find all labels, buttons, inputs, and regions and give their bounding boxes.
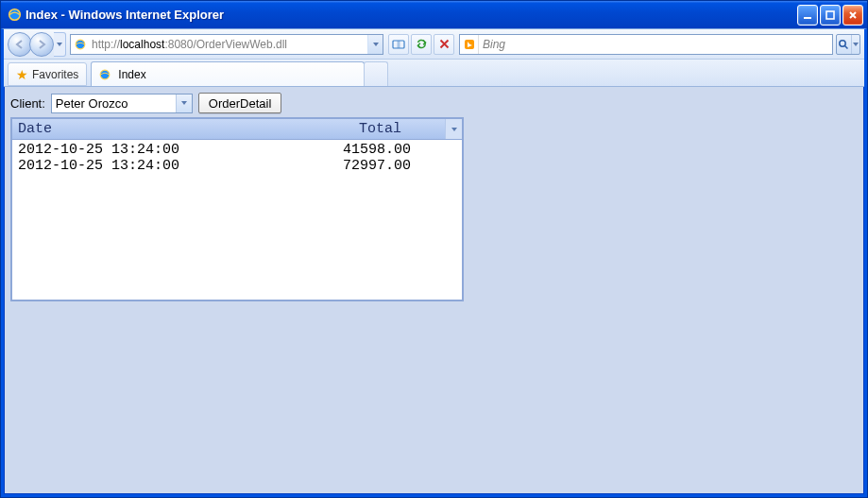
- svg-rect-2: [826, 11, 834, 19]
- client-select-dropdown-icon[interactable]: [176, 94, 192, 112]
- compat-view-button[interactable]: [388, 34, 409, 55]
- star-icon: ★: [16, 68, 28, 81]
- tab-strip: ★ Favorites Index: [4, 60, 864, 87]
- address-bar[interactable]: http://localhost:8080/OrderViewWeb.dll: [70, 34, 383, 55]
- maximize-button[interactable]: [820, 5, 841, 26]
- svg-point-7: [839, 40, 844, 45]
- address-dropdown[interactable]: [367, 35, 383, 54]
- nav-history-dropdown[interactable]: [54, 32, 66, 57]
- client-select[interactable]: Peter Orozco: [51, 94, 193, 113]
- search-go-button[interactable]: [836, 34, 860, 55]
- grid-header-date[interactable]: Date: [12, 121, 296, 137]
- search-box[interactable]: Bing: [459, 34, 833, 55]
- tab-index[interactable]: Index: [91, 61, 365, 86]
- ie-logo-icon: [7, 8, 22, 23]
- cell-total: 72997.00: [296, 158, 437, 174]
- new-tab-button[interactable]: [364, 61, 388, 86]
- favorites-label: Favorites: [32, 68, 78, 81]
- svg-rect-1: [804, 17, 811, 19]
- close-button[interactable]: [842, 5, 863, 26]
- forward-button[interactable]: [29, 32, 54, 57]
- table-row[interactable]: 2012-10-25 13:24:00 41598.00: [12, 142, 462, 158]
- grid-header: Date Total: [12, 119, 462, 140]
- refresh-button[interactable]: [411, 34, 432, 55]
- viewport: Client: Peter Orozco OrderDetail Date To…: [4, 87, 864, 494]
- ie-window: Index - Windows Internet Explorer: [0, 0, 868, 498]
- tab-favicon-icon: [97, 67, 112, 82]
- favorites-button[interactable]: ★ Favorites: [8, 62, 87, 86]
- tab-title: Index: [118, 68, 145, 81]
- nav-toolbar: http://localhost:8080/OrderViewWeb.dll B…: [4, 29, 864, 60]
- search-placeholder: Bing: [479, 38, 832, 51]
- client-select-value: Peter Orozco: [56, 96, 128, 111]
- window-controls: [797, 5, 863, 26]
- minimize-button[interactable]: [797, 5, 818, 26]
- cell-date: 2012-10-25 13:24:00: [12, 158, 296, 174]
- svg-point-8: [101, 70, 111, 79]
- orders-grid[interactable]: Date Total 2012-10-25 13:24:00 41598.00 …: [10, 117, 464, 301]
- cell-total: 41598.00: [296, 142, 437, 158]
- search-options-dropdown[interactable]: [851, 35, 859, 54]
- page-body: Client: Peter Orozco OrderDetail Date To…: [5, 87, 863, 493]
- address-text[interactable]: http://localhost:8080/OrderViewWeb.dll: [90, 38, 367, 51]
- client-label: Client:: [10, 96, 45, 111]
- table-row[interactable]: 2012-10-25 13:24:00 72997.00: [12, 158, 462, 174]
- svg-rect-5: [398, 41, 400, 48]
- cell-date: 2012-10-25 13:24:00: [12, 142, 296, 158]
- grid-body: 2012-10-25 13:24:00 41598.00 2012-10-25 …: [12, 140, 462, 176]
- svg-point-0: [9, 9, 20, 21]
- filter-row: Client: Peter Orozco OrderDetail: [10, 93, 858, 113]
- page-icon: [71, 38, 90, 51]
- bing-icon: [460, 35, 479, 54]
- grid-columns-dropdown[interactable]: [445, 119, 462, 139]
- stop-button[interactable]: [434, 34, 454, 55]
- order-detail-button[interactable]: OrderDetail: [198, 93, 281, 113]
- svg-point-3: [76, 40, 85, 49]
- grid-header-total[interactable]: Total: [296, 121, 418, 137]
- browser-chrome: http://localhost:8080/OrderViewWeb.dll B…: [1, 28, 867, 87]
- titlebar[interactable]: Index - Windows Internet Explorer: [1, 1, 867, 28]
- window-title: Index - Windows Internet Explorer: [26, 8, 224, 22]
